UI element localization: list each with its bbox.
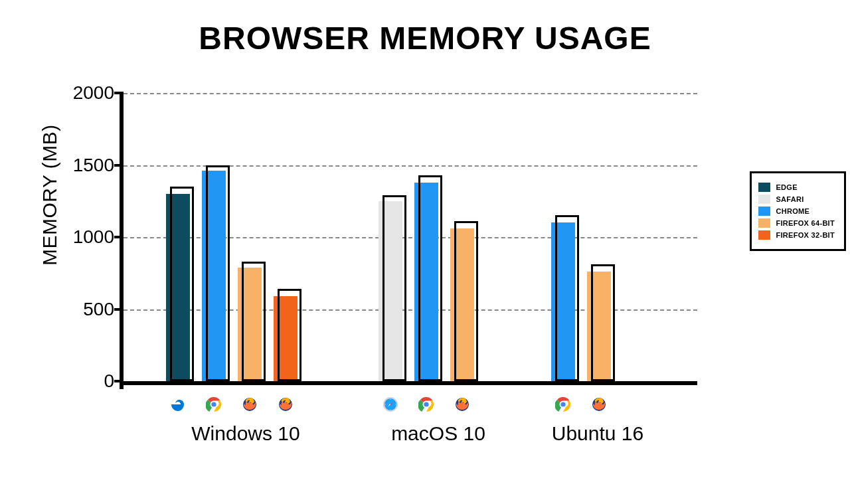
safari-icon <box>382 396 399 413</box>
chart-title: BROWSER MEMORY USAGE <box>0 20 850 56</box>
legend-swatch <box>758 207 770 216</box>
edge-icon <box>169 396 187 413</box>
plot-area: 0500100015002000Windows 10macOS 10Ubuntu… <box>120 93 697 385</box>
y-tick-mark <box>114 164 124 167</box>
firefox-icon <box>241 396 258 413</box>
legend-item: FIREFOX 64-BIT <box>758 218 835 228</box>
y-axis-label: MEMORY (MB) <box>39 124 61 266</box>
firefox-icon <box>590 396 608 413</box>
chrome-icon <box>418 396 435 413</box>
chrome-icon <box>554 396 572 413</box>
bar-outline <box>555 215 579 381</box>
category-label: macOS 10 <box>365 422 511 445</box>
firefox-icon <box>277 396 294 413</box>
gridline <box>124 93 697 94</box>
legend-item: FIREFOX 32-BIT <box>758 230 835 240</box>
bar-outline <box>170 187 194 381</box>
y-tick-label: 0 <box>61 371 114 392</box>
bar-outline <box>382 195 406 381</box>
bar-outline <box>242 262 266 381</box>
bar-outline <box>454 221 478 381</box>
legend: EDGESAFARICHROMEFIREFOX 64-BITFIREFOX 32… <box>750 171 846 251</box>
chart-area: 0500100015002000Windows 10macOS 10Ubuntu… <box>120 93 750 398</box>
bar-outline <box>278 289 301 381</box>
chrome-icon <box>205 396 222 413</box>
legend-label: SAFARI <box>776 195 804 203</box>
bar-outline <box>591 264 615 381</box>
x-axis-line <box>120 381 697 385</box>
y-tick-label: 1500 <box>61 155 114 176</box>
y-tick-mark <box>114 380 124 382</box>
y-tick-label: 500 <box>61 299 114 320</box>
legend-item: EDGE <box>758 183 835 192</box>
firefox-icon <box>454 396 471 413</box>
y-tick-label: 1000 <box>61 226 114 248</box>
legend-label: CHROME <box>776 207 809 215</box>
legend-label: FIREFOX 32-BIT <box>776 231 835 239</box>
svg-point-2 <box>211 402 216 406</box>
legend-item: CHROME <box>758 207 835 216</box>
bar-outline <box>206 165 230 382</box>
category-label: Ubuntu 16 <box>538 422 657 445</box>
legend-swatch <box>758 195 770 204</box>
svg-point-19 <box>560 402 565 406</box>
y-tick-label: 2000 <box>61 82 114 104</box>
legend-label: FIREFOX 64-BIT <box>776 219 835 227</box>
y-tick-mark <box>114 236 124 238</box>
y-tick-mark <box>114 92 124 94</box>
svg-point-15 <box>424 402 428 406</box>
legend-label: EDGE <box>776 183 797 191</box>
legend-swatch <box>758 230 770 240</box>
category-label: Windows 10 <box>153 422 339 445</box>
legend-swatch <box>758 183 770 192</box>
legend-swatch <box>758 218 770 228</box>
y-tick-mark <box>114 308 124 311</box>
y-axis-line <box>120 93 124 389</box>
legend-item: SAFARI <box>758 195 835 204</box>
bar-outline <box>418 175 442 381</box>
